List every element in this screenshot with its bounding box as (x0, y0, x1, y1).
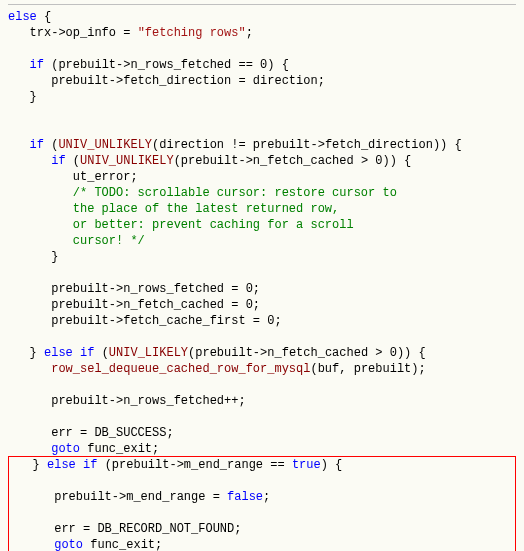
code-line: goto func_exit; (8, 441, 516, 457)
code-line (11, 473, 513, 489)
code-line (8, 105, 516, 121)
code-line: prebuilt->fetch_cache_first = 0; (8, 313, 516, 329)
code-line: err = DB_RECORD_NOT_FOUND; (11, 521, 513, 537)
code-line: else { (8, 9, 516, 25)
code-line: } (8, 89, 516, 105)
code-line: prebuilt->n_rows_fetched++; (8, 393, 516, 409)
code-line: } (8, 249, 516, 265)
code-line: prebuilt->n_fetch_cached = 0; (8, 297, 516, 313)
top-divider (8, 4, 516, 5)
highlighted-code: } else if (prebuilt->m_end_range == true… (8, 456, 516, 551)
code-line: err = DB_SUCCESS; (8, 425, 516, 441)
code-line: row_sel_dequeue_cached_row_for_mysql(buf… (8, 361, 516, 377)
code-block: else { trx->op_info = "fetching rows"; i… (8, 9, 516, 457)
code-line: if (prebuilt->n_rows_fetched == 0) { (8, 57, 516, 73)
code-line: prebuilt->n_rows_fetched = 0; (8, 281, 516, 297)
code-line: if (UNIV_UNLIKELY(prebuilt->n_fetch_cach… (8, 153, 516, 169)
code-line: the place of the latest returned row, (8, 201, 516, 217)
code-line: goto func_exit; (11, 537, 513, 551)
code-line: if (UNIV_UNLIKELY(direction != prebuilt-… (8, 137, 516, 153)
code-line: cursor! */ (8, 233, 516, 249)
code-line (8, 121, 516, 137)
code-line (8, 265, 516, 281)
code-line: trx->op_info = "fetching rows"; (8, 25, 516, 41)
code-line: or better: prevent caching for a scroll (8, 217, 516, 233)
code-line: } else if (prebuilt->m_end_range == true… (11, 457, 513, 473)
code-line (8, 329, 516, 345)
code-line (11, 505, 513, 521)
code-line (8, 41, 516, 57)
code-line: } else if (UNIV_LIKELY(prebuilt->n_fetch… (8, 345, 516, 361)
code-line (8, 377, 516, 393)
code-line: prebuilt->m_end_range = false; (11, 489, 513, 505)
code-line: ut_error; (8, 169, 516, 185)
code-line: /* TODO: scrollable cursor: restore curs… (8, 185, 516, 201)
code-line: prebuilt->fetch_direction = direction; (8, 73, 516, 89)
code-line (8, 409, 516, 425)
